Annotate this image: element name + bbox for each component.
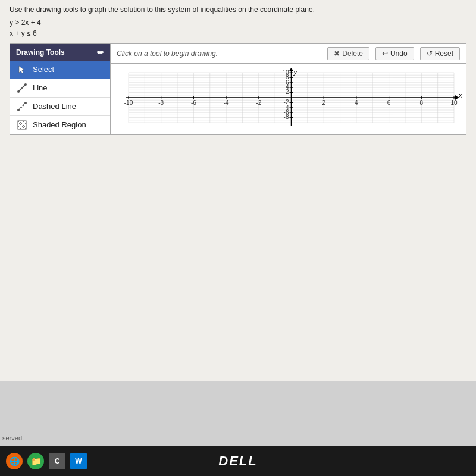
undo-button[interactable]: ↩ Undo [375, 47, 414, 60]
coordinate-plane[interactable] [111, 64, 466, 135]
svg-point-4 [17, 109, 20, 111]
footer-text: served. [2, 434, 24, 441]
reset-label: Reset [435, 49, 453, 58]
graph-area: Click on a tool to begin drawing. ✖ Dele… [111, 43, 466, 135]
pencil-icon: ✏ [97, 48, 104, 57]
dashed-line-icon [16, 102, 28, 111]
tool-select-label: Select [33, 65, 54, 74]
taskbar: 🌐 📁 C W DELL [0, 446, 476, 476]
tool-select[interactable]: Select [10, 61, 110, 79]
inequality-2: x + y ≤ 6 [10, 28, 466, 39]
reset-button[interactable]: ↺ Reset [420, 47, 460, 60]
grid-canvas [111, 64, 466, 134]
drawing-tools-header: Drawing Tools ✏ [10, 44, 110, 61]
undo-label: Undo [390, 49, 408, 58]
svg-point-1 [17, 90, 20, 93]
select-cursor-icon [16, 65, 28, 74]
line-icon [16, 83, 28, 93]
delete-x-icon: ✖ [334, 49, 340, 58]
inequalities-block: y > 2x + 4 x + y ≤ 6 [10, 17, 466, 39]
taskbar-icons: 🌐 📁 C W [6, 453, 87, 469]
taskbar-icon-browser[interactable]: 🌐 [6, 453, 23, 469]
taskbar-icon-cortana[interactable]: C [49, 453, 65, 469]
undo-icon: ↩ [382, 49, 388, 58]
taskbar-icon-files[interactable]: 📁 [27, 453, 44, 469]
svg-line-8 [18, 121, 22, 125]
tool-dashed-line[interactable]: Dashed Line [10, 98, 110, 116]
shaded-region-icon [16, 120, 28, 130]
taskbar-icon-word[interactable]: W [70, 453, 87, 469]
dell-logo: DELL [218, 453, 257, 469]
instructions-text: Use the drawing tools to graph the solut… [10, 5, 466, 15]
svg-rect-6 [18, 121, 26, 129]
svg-line-3 [18, 103, 26, 110]
drawing-tools-panel: Drawing Tools ✏ Select Line [10, 43, 111, 135]
reset-icon: ↺ [427, 49, 433, 58]
svg-line-11 [22, 125, 26, 129]
tool-line-label: Line [33, 83, 48, 92]
toolbar-hint: Click on a tool to begin drawing. [117, 49, 321, 58]
drawing-tools-title: Drawing Tools [16, 48, 65, 57]
delete-label: Delete [342, 49, 363, 58]
tool-shaded-region[interactable]: Shaded Region [10, 116, 110, 134]
graph-toolbar: Click on a tool to begin drawing. ✖ Dele… [111, 43, 466, 64]
tool-shaded-region-label: Shaded Region [33, 120, 86, 129]
svg-line-0 [18, 84, 26, 92]
tool-dashed-line-label: Dashed Line [33, 102, 76, 111]
delete-button[interactable]: ✖ Delete [327, 47, 369, 60]
tool-line[interactable]: Line [10, 79, 110, 98]
svg-point-2 [24, 83, 27, 86]
inequality-1: y > 2x + 4 [10, 17, 466, 28]
svg-point-5 [24, 102, 27, 104]
